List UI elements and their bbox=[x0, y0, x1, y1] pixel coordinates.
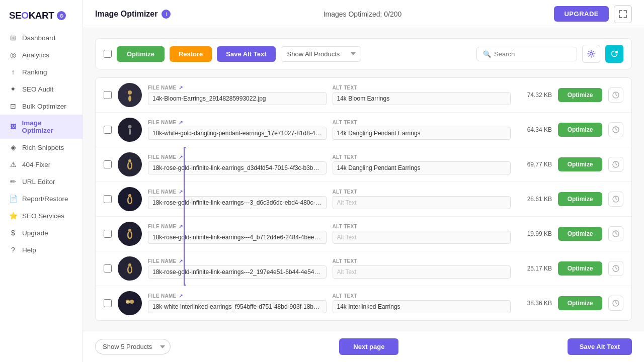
row-optimize-button[interactable]: Optimize bbox=[558, 261, 602, 276]
sidebar-item-ranking[interactable]: ↑ Ranking bbox=[0, 63, 83, 80]
analytics-icon: ◎ bbox=[9, 51, 17, 59]
toolbar: Optimize Restore Save Alt Text Show All … bbox=[95, 38, 632, 69]
save-alt-text-button[interactable]: Save Alt Text bbox=[217, 46, 275, 62]
sidebar-item-upgrade[interactable]: $ Upgrade bbox=[0, 224, 83, 241]
sidebar-item-report-restore[interactable]: 📄 Report/Restore bbox=[0, 190, 83, 207]
sidebar-item-analytics[interactable]: ◎ Analytics bbox=[0, 46, 83, 63]
expand-button[interactable] bbox=[614, 5, 632, 23]
row-checkbox[interactable] bbox=[104, 195, 112, 203]
svg-point-5 bbox=[128, 159, 131, 162]
row-restore-button[interactable] bbox=[608, 157, 623, 172]
file-name-group: File Name ↗ bbox=[148, 258, 327, 279]
sidebar-item-label: URL Editor bbox=[22, 178, 55, 186]
file-name-input[interactable] bbox=[148, 92, 327, 105]
alt-text-input[interactable] bbox=[333, 196, 511, 209]
row-checkbox[interactable] bbox=[104, 126, 112, 134]
show-products-select[interactable]: Show All Products Show Optimized Show Un… bbox=[281, 46, 361, 62]
sidebar-item-help[interactable]: ? Help bbox=[0, 241, 83, 258]
external-link-icon[interactable]: ↗ bbox=[179, 189, 183, 195]
info-icon[interactable]: i bbox=[162, 10, 171, 19]
alt-text-input[interactable] bbox=[333, 265, 511, 279]
file-name-input[interactable] bbox=[148, 231, 327, 244]
file-size: 19.99 KB bbox=[517, 230, 552, 237]
404-fixer-icon: ⚠ bbox=[9, 160, 17, 168]
external-link-icon[interactable]: ↗ bbox=[179, 85, 183, 90]
logo-settings-icon[interactable]: ⚙ bbox=[57, 11, 66, 20]
file-name-input[interactable] bbox=[148, 161, 327, 174]
file-name-input[interactable] bbox=[148, 265, 327, 279]
row-optimize-button[interactable]: Optimize bbox=[558, 157, 602, 171]
sidebar-item-bulk-optimizer[interactable]: ⊡ Bulk Optimizer bbox=[0, 98, 83, 115]
row-restore-button[interactable] bbox=[608, 192, 623, 207]
row-optimize-button[interactable]: Optimize bbox=[558, 296, 602, 310]
alt-text-group: Alt Text bbox=[333, 154, 511, 174]
optimize-button[interactable]: Optimize bbox=[117, 46, 165, 62]
external-link-icon[interactable]: ↗ bbox=[179, 258, 183, 264]
table-row: File Name ↗ Alt Text 19.99 KB Optimize bbox=[96, 217, 631, 251]
row-restore-button[interactable] bbox=[608, 226, 623, 241]
next-page-button[interactable]: Next page bbox=[339, 338, 398, 355]
row-checkbox[interactable] bbox=[104, 91, 112, 99]
row-checkbox[interactable] bbox=[104, 230, 112, 238]
sidebar-item-dashboard[interactable]: ⊞ Dashboard bbox=[0, 29, 83, 46]
external-link-icon[interactable]: ↗ bbox=[179, 120, 183, 125]
row-restore-button[interactable] bbox=[608, 122, 623, 137]
svg-rect-4 bbox=[129, 129, 131, 135]
row-optimize-button[interactable]: Optimize bbox=[558, 88, 602, 102]
file-name-input[interactable] bbox=[148, 127, 327, 140]
header: Image Optimizer i Images Optimized: 0/20… bbox=[83, 0, 644, 28]
external-link-icon[interactable]: ↗ bbox=[179, 154, 183, 160]
show-count-select[interactable]: Show 5 Products Show 10 Products Show 20… bbox=[95, 339, 171, 354]
alt-text-input[interactable] bbox=[333, 231, 511, 244]
row-checkbox[interactable] bbox=[104, 264, 112, 273]
row-checkbox[interactable] bbox=[104, 299, 112, 307]
select-all-checkbox[interactable] bbox=[104, 50, 112, 58]
sidebar-item-label: 404 Fixer bbox=[22, 161, 50, 168]
file-size: 38.36 KB bbox=[517, 300, 552, 307]
row-restore-button[interactable] bbox=[608, 261, 623, 276]
file-name-input[interactable] bbox=[148, 300, 327, 313]
alt-text-label: Alt Text bbox=[333, 120, 511, 125]
row-checkbox[interactable] bbox=[104, 160, 112, 168]
sidebar-item-seo-services[interactable]: ⭐ SEO Services bbox=[0, 207, 83, 224]
sidebar-item-url-editor[interactable]: ✏ URL Editor bbox=[0, 173, 83, 190]
alt-text-label: Alt Text bbox=[333, 258, 511, 264]
alt-text-input[interactable] bbox=[333, 300, 511, 313]
alt-text-input[interactable] bbox=[333, 161, 511, 174]
file-name-input[interactable] bbox=[148, 196, 327, 209]
row-restore-button[interactable] bbox=[608, 87, 623, 103]
sidebar-item-seo-audit[interactable]: ✦ SEO Audit bbox=[0, 80, 83, 98]
sidebar-item-rich-snippets[interactable]: ◈ Rich Snippets bbox=[0, 139, 83, 156]
sidebar-item-label: Help bbox=[22, 246, 36, 254]
row-optimize-button[interactable]: Optimize bbox=[558, 192, 602, 206]
rich-snippets-icon: ◈ bbox=[9, 143, 17, 151]
svg-point-3 bbox=[128, 125, 132, 129]
upgrade-button[interactable]: UPGRADE bbox=[554, 6, 609, 22]
logo: SEOKART ⚙ bbox=[0, 6, 83, 29]
alt-text-input[interactable] bbox=[333, 127, 511, 140]
images-optimized-count: Images Optimized: 0/200 bbox=[324, 10, 402, 18]
svg-text:∞: ∞ bbox=[126, 299, 130, 305]
sidebar-item-image-optimizer[interactable]: 🖼 Image Optimizer bbox=[0, 115, 83, 139]
alt-text-label: Alt Text bbox=[333, 154, 511, 160]
ranking-icon: ↑ bbox=[9, 68, 17, 76]
footer-save-alt-button[interactable]: Save Alt Text bbox=[568, 338, 632, 355]
restore-button[interactable]: Restore bbox=[170, 46, 212, 62]
table-row: File Name ↗ Alt Text 25.17 KB Optimize bbox=[96, 251, 631, 286]
svg-point-1 bbox=[128, 90, 132, 95]
sidebar-item-label: Report/Restore bbox=[22, 195, 68, 203]
refresh-button[interactable] bbox=[605, 45, 623, 63]
sidebar-item-404-fixer[interactable]: ⚠ 404 Fixer bbox=[0, 156, 83, 173]
external-link-icon[interactable]: ↗ bbox=[179, 293, 183, 299]
file-size: 64.34 KB bbox=[517, 126, 552, 133]
file-name-group: File Name ↗ bbox=[148, 154, 327, 174]
external-link-icon[interactable]: ↗ bbox=[179, 224, 183, 229]
alt-text-input[interactable] bbox=[333, 92, 511, 105]
header-right: UPGRADE bbox=[554, 5, 632, 23]
row-optimize-button[interactable]: Optimize bbox=[558, 227, 602, 241]
row-restore-button[interactable] bbox=[608, 296, 623, 311]
settings-button[interactable] bbox=[582, 45, 600, 63]
search-input[interactable] bbox=[494, 50, 570, 58]
row-optimize-button[interactable]: Optimize bbox=[558, 123, 602, 137]
table-row: File Name ↗ Alt Text 69.77 KB Optimize bbox=[96, 147, 631, 182]
